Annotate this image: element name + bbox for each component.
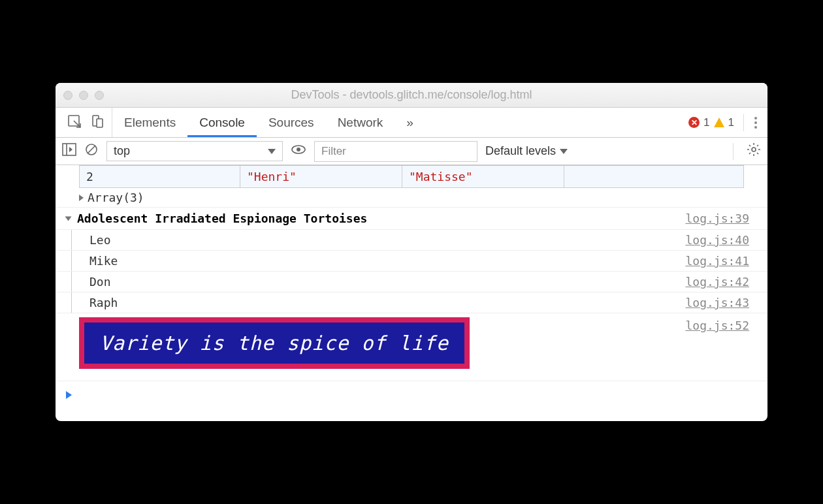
close-window-button[interactable] [63, 91, 73, 100]
styled-log-message: Variety is the spice of life [79, 317, 470, 369]
disclosure-triangle-open-icon[interactable] [65, 216, 72, 221]
log-line[interactable]: Don log.js:42 [56, 272, 767, 292]
console-output: 2 "Henri" "Matisse" Array(3) Adolescent … [56, 165, 767, 421]
window-title: DevTools - devtools.glitch.me/console/lo… [56, 88, 767, 102]
error-count[interactable]: 1 [703, 116, 709, 129]
divider [743, 114, 744, 131]
console-prompt[interactable] [56, 381, 767, 421]
source-link[interactable]: log.js:41 [685, 254, 749, 268]
tab-icon-group [61, 108, 112, 137]
device-toggle-icon[interactable] [91, 114, 105, 131]
inspect-icon[interactable] [67, 114, 82, 131]
table-cell-index: 2 [80, 166, 240, 187]
titlebar: DevTools - devtools.glitch.me/console/lo… [56, 83, 767, 108]
traffic-lights [63, 91, 104, 100]
tab-elements[interactable]: Elements [112, 108, 187, 137]
svg-line-7 [88, 146, 95, 153]
log-message: Leo [89, 233, 685, 247]
more-menu-button[interactable] [749, 117, 762, 129]
array-summary-line[interactable]: Array(3) [56, 188, 767, 208]
source-link[interactable]: log.js:39 [685, 212, 749, 225]
prompt-caret-icon [66, 391, 72, 399]
tab-network[interactable]: Network [326, 108, 395, 137]
styled-log-line[interactable]: Variety is the spice of life log.js:52 [56, 313, 767, 381]
log-line[interactable]: Leo log.js:40 [56, 230, 767, 251]
tab-sources[interactable]: Sources [257, 108, 326, 137]
zoom-window-button[interactable] [95, 91, 104, 100]
source-link[interactable]: log.js:42 [685, 275, 749, 289]
svg-point-9 [297, 148, 300, 151]
divider [733, 143, 734, 160]
log-levels-selector[interactable]: Default levels [485, 144, 568, 158]
svg-rect-2 [97, 119, 103, 127]
source-link[interactable]: log.js:43 [685, 296, 749, 309]
tab-console[interactable]: Console [187, 108, 257, 137]
table-cell-first: "Henri" [240, 166, 402, 187]
chevron-down-icon [268, 149, 276, 154]
devtools-window: DevTools - devtools.glitch.me/console/lo… [56, 83, 767, 421]
context-value: top [114, 144, 130, 158]
log-message: Mike [89, 254, 685, 268]
disclosure-triangle-icon[interactable] [79, 195, 84, 201]
source-link[interactable]: log.js:52 [685, 317, 749, 332]
error-icon: ✕ [688, 117, 700, 128]
console-toolbar: top Default levels [56, 138, 767, 165]
minimize-window-button[interactable] [79, 91, 88, 100]
table-row[interactable]: 2 "Henri" "Matisse" [79, 165, 744, 188]
log-line[interactable]: Mike log.js:41 [56, 251, 767, 272]
log-line[interactable]: Raph log.js:43 [56, 292, 767, 313]
svg-marker-5 [69, 147, 73, 152]
log-message: Don [89, 275, 685, 289]
group-title: Adolescent Irradiated Espionage Tortoise… [77, 212, 367, 225]
array-summary: Array(3) [88, 191, 144, 204]
warning-icon [714, 118, 724, 127]
status-icons: ✕ 1 1 [688, 116, 738, 129]
levels-label: Default levels [485, 144, 556, 158]
chevron-down-icon [560, 149, 568, 154]
context-selector[interactable]: top [106, 141, 283, 161]
sidebar-toggle-icon[interactable] [62, 143, 76, 159]
panel-tabs: Elements Console Sources Network » ✕ 1 1 [56, 108, 767, 138]
table-cell-last: "Matisse" [402, 166, 564, 187]
svg-point-10 [752, 148, 756, 151]
log-group-header[interactable]: Adolescent Irradiated Espionage Tortoise… [56, 208, 767, 230]
live-expression-icon[interactable] [291, 144, 306, 159]
log-message: Raph [89, 296, 685, 309]
settings-icon[interactable] [747, 142, 761, 160]
clear-console-icon[interactable] [84, 142, 99, 160]
filter-input[interactable] [314, 141, 477, 162]
source-link[interactable]: log.js:40 [685, 233, 749, 247]
tabs-overflow[interactable]: » [395, 108, 425, 137]
table-cell-empty [564, 166, 743, 187]
warning-count[interactable]: 1 [728, 116, 734, 129]
